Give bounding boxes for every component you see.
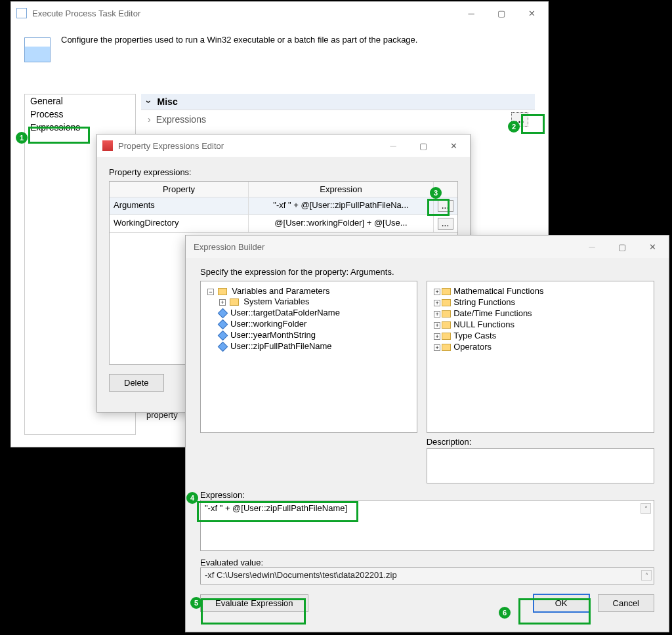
delete-button[interactable]: Delete	[109, 374, 164, 392]
close-button[interactable]: ✕	[516, 3, 547, 23]
description-box	[427, 448, 654, 483]
close-button[interactable]: ✕	[438, 136, 469, 155]
callout-4: 4	[186, 492, 198, 504]
win1-title: Execute Process Task Editor	[32, 9, 456, 18]
row-ellipsis-button[interactable]: ...	[438, 218, 453, 230]
expand-icon[interactable]: +	[434, 300, 440, 306]
tree-category[interactable]: NULL Functions	[453, 319, 514, 329]
tree-var[interactable]: User::targetDataFolderName	[230, 308, 340, 318]
tree-var[interactable]: User::yearMonthString	[230, 330, 316, 340]
scroll-up-icon[interactable]: ˄	[641, 570, 652, 581]
property-expressions-label: Property expressions:	[109, 167, 458, 177]
callout-1: 1	[16, 132, 28, 144]
variables-tree[interactable]: − Variables and Parameters + System Vari…	[200, 281, 417, 433]
folder-icon	[218, 288, 227, 295]
minimize-button[interactable]: ─	[577, 237, 607, 256]
folder-icon	[442, 310, 451, 318]
tree-category[interactable]: Date/Time Functions	[453, 308, 532, 318]
evaluate-expression-button[interactable]: Evaluate Expression	[200, 594, 308, 612]
sidebar-item-general[interactable]: General	[25, 94, 135, 108]
win1-titlebar: Execute Process Task Editor ─ ▢ ✕	[11, 2, 548, 24]
folder-icon	[442, 344, 451, 351]
folder-icon	[442, 288, 451, 295]
evaluated-label: Evaluated value:	[200, 558, 654, 567]
win1-description: Configure the properties used to run a W…	[61, 35, 417, 45]
tree-root[interactable]: Variables and Parameters	[232, 286, 329, 296]
win3-title: Expression Builder	[194, 242, 577, 252]
tree-category[interactable]: Type Casts	[453, 331, 496, 340]
callout-6: 6	[499, 607, 511, 619]
instruction-text: Specify the expression for the property:…	[200, 267, 654, 277]
col-expression: Expression	[249, 182, 434, 197]
callout-3: 3	[430, 187, 442, 199]
folder-icon	[442, 299, 451, 306]
folder-icon	[442, 321, 451, 329]
app-icon	[24, 37, 51, 62]
maximize-button[interactable]: ▢	[607, 237, 637, 256]
tree-var[interactable]: User::workingFolder	[230, 319, 306, 329]
folder-icon	[442, 333, 451, 340]
callout-5: 5	[190, 597, 202, 609]
variable-icon	[218, 342, 228, 352]
functions-tree[interactable]: +Mathematical Functions +String Function…	[427, 281, 654, 433]
cell-expression: @[User::workingFolder] + @[Use...	[249, 215, 434, 232]
variable-icon	[218, 308, 228, 319]
ok-button[interactable]: OK	[533, 594, 590, 613]
chevron-down-icon: ›	[144, 100, 154, 104]
win2-title: Property Expressions Editor	[118, 141, 378, 151]
description-label: Description:	[427, 437, 654, 447]
folder-icon	[230, 298, 239, 306]
cancel-button[interactable]: Cancel	[598, 594, 654, 612]
expression-input[interactable]: "-xf " + @[User::zipFullPathFileName] ˄	[200, 500, 654, 551]
cell-expression: "-xf " + @[User::zipFullPathFileNa...	[249, 197, 434, 215]
maximize-button[interactable]: ▢	[486, 3, 516, 23]
scroll-up-icon[interactable]: ˄	[640, 503, 651, 514]
cell-property: WorkingDirectory	[110, 215, 249, 232]
section-label: Misc	[158, 96, 178, 107]
tree-category[interactable]: Operators	[453, 342, 492, 352]
maximize-button[interactable]: ▢	[408, 136, 438, 155]
expand-icon[interactable]: +	[434, 322, 440, 329]
window-icon	[102, 140, 113, 151]
cell-property: Arguments	[110, 197, 249, 215]
expression-text: "-xf " + @[User::zipFullPathFileName]	[205, 503, 347, 513]
sidebar-item-expressions[interactable]: Expressions	[25, 121, 135, 134]
chevron-right-icon: ›	[148, 114, 151, 125]
minimize-button[interactable]: ─	[456, 3, 486, 23]
expressions-label: Expressions	[156, 114, 326, 125]
collapse-icon[interactable]: −	[207, 289, 214, 295]
variable-icon	[218, 331, 228, 341]
win3-titlebar: Expression Builder ─ ▢ ✕	[186, 236, 669, 258]
row-ellipsis-button[interactable]: ...	[438, 200, 453, 212]
tree-var[interactable]: User::zipFullPathFileName	[230, 341, 332, 351]
callout-2: 2	[508, 121, 520, 133]
expression-builder-window: Expression Builder ─ ▢ ✕ Specify the exp…	[185, 235, 669, 632]
evaluated-value-box: -xf C:\Users\edwin\Documents\test\data20…	[200, 567, 654, 584]
expand-icon[interactable]: +	[219, 299, 226, 306]
window-icon	[16, 8, 27, 18]
expand-icon[interactable]: +	[434, 289, 440, 295]
sidebar-item-process[interactable]: Process	[25, 108, 135, 121]
win2-titlebar: Property Expressions Editor ─ ▢ ✕	[97, 134, 470, 157]
table-row[interactable]: Arguments "-xf " + @[User::zipFullPathFi…	[110, 197, 457, 215]
misc-section-header[interactable]: › Misc	[141, 94, 535, 110]
table-row[interactable]: WorkingDirectory @[User::workingFolder] …	[110, 215, 457, 233]
expression-label: Expression:	[200, 490, 654, 500]
expand-icon[interactable]: +	[434, 344, 440, 351]
variable-icon	[218, 319, 228, 330]
col-property: Property	[110, 182, 249, 197]
table-header: Property Expression	[110, 182, 457, 197]
minimize-button[interactable]: ─	[378, 136, 408, 155]
expand-icon[interactable]: +	[434, 333, 440, 340]
tree-category[interactable]: Mathematical Functions	[453, 286, 543, 296]
tree-system-variables[interactable]: System Variables	[243, 297, 309, 306]
expand-icon[interactable]: +	[434, 311, 440, 318]
close-button[interactable]: ✕	[637, 237, 667, 256]
expressions-row[interactable]: › Expressions ...	[141, 110, 535, 129]
evaluated-text: -xf C:\Users\edwin\Documents\test\data20…	[205, 570, 397, 580]
tree-category[interactable]: String Functions	[453, 297, 515, 307]
